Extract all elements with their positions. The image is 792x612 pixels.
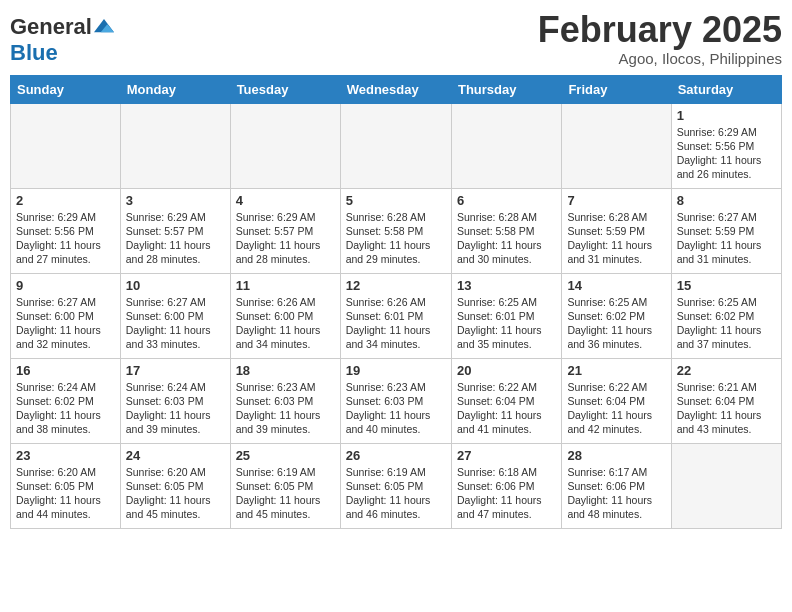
calendar-cell: 22Sunrise: 6:21 AM Sunset: 6:04 PM Dayli… (671, 358, 781, 443)
calendar-cell: 17Sunrise: 6:24 AM Sunset: 6:03 PM Dayli… (120, 358, 230, 443)
calendar-cell: 4Sunrise: 6:29 AM Sunset: 5:57 PM Daylig… (230, 188, 340, 273)
calendar-cell: 12Sunrise: 6:26 AM Sunset: 6:01 PM Dayli… (340, 273, 451, 358)
week-row-2: 2Sunrise: 6:29 AM Sunset: 5:56 PM Daylig… (11, 188, 782, 273)
title-block: February 2025 Agoo, Ilocos, Philippines (538, 10, 782, 67)
day-info: Sunrise: 6:28 AM Sunset: 5:58 PM Dayligh… (346, 210, 446, 267)
calendar-header-monday: Monday (120, 75, 230, 103)
day-info: Sunrise: 6:26 AM Sunset: 6:00 PM Dayligh… (236, 295, 335, 352)
week-row-1: 1Sunrise: 6:29 AM Sunset: 5:56 PM Daylig… (11, 103, 782, 188)
day-number: 23 (16, 448, 115, 463)
day-number: 18 (236, 363, 335, 378)
location: Agoo, Ilocos, Philippines (538, 50, 782, 67)
calendar-cell: 1Sunrise: 6:29 AM Sunset: 5:56 PM Daylig… (671, 103, 781, 188)
day-info: Sunrise: 6:25 AM Sunset: 6:02 PM Dayligh… (677, 295, 776, 352)
calendar-cell (11, 103, 121, 188)
calendar-cell: 7Sunrise: 6:28 AM Sunset: 5:59 PM Daylig… (562, 188, 671, 273)
calendar-cell (340, 103, 451, 188)
day-info: Sunrise: 6:28 AM Sunset: 5:58 PM Dayligh… (457, 210, 556, 267)
calendar-cell: 9Sunrise: 6:27 AM Sunset: 6:00 PM Daylig… (11, 273, 121, 358)
calendar-cell: 13Sunrise: 6:25 AM Sunset: 6:01 PM Dayli… (451, 273, 561, 358)
calendar-cell: 15Sunrise: 6:25 AM Sunset: 6:02 PM Dayli… (671, 273, 781, 358)
calendar-cell (451, 103, 561, 188)
day-number: 9 (16, 278, 115, 293)
day-number: 25 (236, 448, 335, 463)
day-info: Sunrise: 6:27 AM Sunset: 6:00 PM Dayligh… (16, 295, 115, 352)
day-info: Sunrise: 6:26 AM Sunset: 6:01 PM Dayligh… (346, 295, 446, 352)
day-number: 14 (567, 278, 665, 293)
calendar-header-tuesday: Tuesday (230, 75, 340, 103)
calendar-header-friday: Friday (562, 75, 671, 103)
calendar-header-row: SundayMondayTuesdayWednesdayThursdayFrid… (11, 75, 782, 103)
calendar-header-sunday: Sunday (11, 75, 121, 103)
day-number: 26 (346, 448, 446, 463)
week-row-5: 23Sunrise: 6:20 AM Sunset: 6:05 PM Dayli… (11, 443, 782, 528)
calendar-cell: 2Sunrise: 6:29 AM Sunset: 5:56 PM Daylig… (11, 188, 121, 273)
calendar-header-saturday: Saturday (671, 75, 781, 103)
calendar-cell (120, 103, 230, 188)
day-number: 4 (236, 193, 335, 208)
calendar-cell (562, 103, 671, 188)
day-number: 6 (457, 193, 556, 208)
logo-icon (94, 17, 114, 37)
day-info: Sunrise: 6:25 AM Sunset: 6:01 PM Dayligh… (457, 295, 556, 352)
day-number: 20 (457, 363, 556, 378)
day-info: Sunrise: 6:18 AM Sunset: 6:06 PM Dayligh… (457, 465, 556, 522)
day-info: Sunrise: 6:21 AM Sunset: 6:04 PM Dayligh… (677, 380, 776, 437)
calendar-cell: 28Sunrise: 6:17 AM Sunset: 6:06 PM Dayli… (562, 443, 671, 528)
calendar: SundayMondayTuesdayWednesdayThursdayFrid… (10, 75, 782, 529)
page-header: General Blue February 2025 Agoo, Ilocos,… (10, 10, 782, 67)
day-info: Sunrise: 6:27 AM Sunset: 5:59 PM Dayligh… (677, 210, 776, 267)
calendar-cell (230, 103, 340, 188)
calendar-cell: 18Sunrise: 6:23 AM Sunset: 6:03 PM Dayli… (230, 358, 340, 443)
calendar-cell: 8Sunrise: 6:27 AM Sunset: 5:59 PM Daylig… (671, 188, 781, 273)
day-info: Sunrise: 6:25 AM Sunset: 6:02 PM Dayligh… (567, 295, 665, 352)
logo-general: General (10, 14, 92, 40)
calendar-cell: 5Sunrise: 6:28 AM Sunset: 5:58 PM Daylig… (340, 188, 451, 273)
day-number: 12 (346, 278, 446, 293)
day-number: 28 (567, 448, 665, 463)
day-number: 16 (16, 363, 115, 378)
day-number: 8 (677, 193, 776, 208)
day-number: 19 (346, 363, 446, 378)
week-row-4: 16Sunrise: 6:24 AM Sunset: 6:02 PM Dayli… (11, 358, 782, 443)
calendar-cell: 27Sunrise: 6:18 AM Sunset: 6:06 PM Dayli… (451, 443, 561, 528)
day-number: 10 (126, 278, 225, 293)
day-info: Sunrise: 6:29 AM Sunset: 5:56 PM Dayligh… (16, 210, 115, 267)
day-info: Sunrise: 6:27 AM Sunset: 6:00 PM Dayligh… (126, 295, 225, 352)
calendar-cell: 20Sunrise: 6:22 AM Sunset: 6:04 PM Dayli… (451, 358, 561, 443)
day-number: 15 (677, 278, 776, 293)
calendar-cell: 11Sunrise: 6:26 AM Sunset: 6:00 PM Dayli… (230, 273, 340, 358)
day-info: Sunrise: 6:29 AM Sunset: 5:57 PM Dayligh… (126, 210, 225, 267)
logo-blue: Blue (10, 40, 58, 66)
day-info: Sunrise: 6:20 AM Sunset: 6:05 PM Dayligh… (126, 465, 225, 522)
day-number: 2 (16, 193, 115, 208)
day-number: 21 (567, 363, 665, 378)
calendar-cell: 21Sunrise: 6:22 AM Sunset: 6:04 PM Dayli… (562, 358, 671, 443)
calendar-cell: 23Sunrise: 6:20 AM Sunset: 6:05 PM Dayli… (11, 443, 121, 528)
day-number: 27 (457, 448, 556, 463)
day-info: Sunrise: 6:29 AM Sunset: 5:57 PM Dayligh… (236, 210, 335, 267)
day-number: 13 (457, 278, 556, 293)
month-title: February 2025 (538, 10, 782, 50)
day-number: 22 (677, 363, 776, 378)
day-info: Sunrise: 6:24 AM Sunset: 6:02 PM Dayligh… (16, 380, 115, 437)
day-number: 1 (677, 108, 776, 123)
calendar-header-thursday: Thursday (451, 75, 561, 103)
calendar-cell: 16Sunrise: 6:24 AM Sunset: 6:02 PM Dayli… (11, 358, 121, 443)
day-info: Sunrise: 6:22 AM Sunset: 6:04 PM Dayligh… (457, 380, 556, 437)
calendar-cell: 19Sunrise: 6:23 AM Sunset: 6:03 PM Dayli… (340, 358, 451, 443)
day-number: 17 (126, 363, 225, 378)
day-number: 5 (346, 193, 446, 208)
calendar-cell: 6Sunrise: 6:28 AM Sunset: 5:58 PM Daylig… (451, 188, 561, 273)
calendar-cell: 26Sunrise: 6:19 AM Sunset: 6:05 PM Dayli… (340, 443, 451, 528)
day-info: Sunrise: 6:24 AM Sunset: 6:03 PM Dayligh… (126, 380, 225, 437)
day-number: 11 (236, 278, 335, 293)
logo: General Blue (10, 10, 114, 66)
calendar-cell: 3Sunrise: 6:29 AM Sunset: 5:57 PM Daylig… (120, 188, 230, 273)
day-info: Sunrise: 6:20 AM Sunset: 6:05 PM Dayligh… (16, 465, 115, 522)
day-info: Sunrise: 6:29 AM Sunset: 5:56 PM Dayligh… (677, 125, 776, 182)
day-info: Sunrise: 6:17 AM Sunset: 6:06 PM Dayligh… (567, 465, 665, 522)
calendar-cell: 25Sunrise: 6:19 AM Sunset: 6:05 PM Dayli… (230, 443, 340, 528)
calendar-cell: 10Sunrise: 6:27 AM Sunset: 6:00 PM Dayli… (120, 273, 230, 358)
day-info: Sunrise: 6:23 AM Sunset: 6:03 PM Dayligh… (236, 380, 335, 437)
